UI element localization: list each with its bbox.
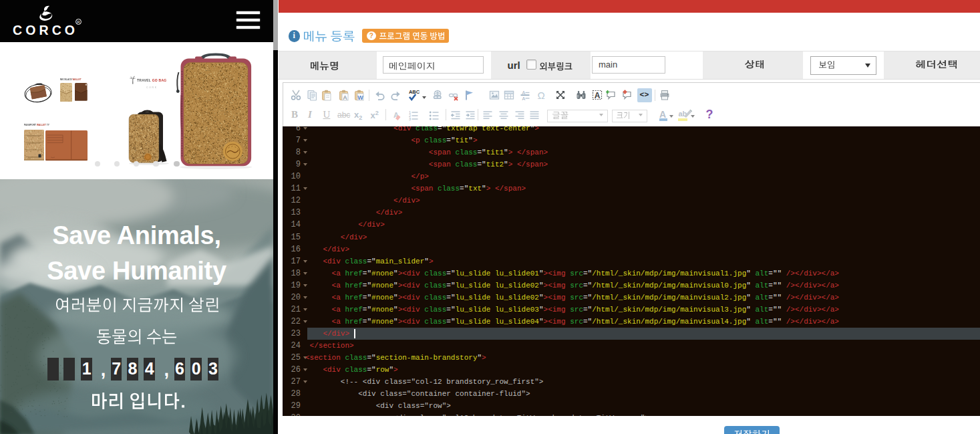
svg-text:Ω: Ω [537,90,544,101]
svg-text:A: A [594,91,600,100]
svg-text:A: A [343,94,347,101]
svg-text:ABC: ABC [409,89,420,95]
svg-text:A: A [522,96,525,101]
svg-text:A: A [522,90,525,95]
svg-text:3: 3 [409,117,411,121]
svg-text:W: W [357,94,363,101]
